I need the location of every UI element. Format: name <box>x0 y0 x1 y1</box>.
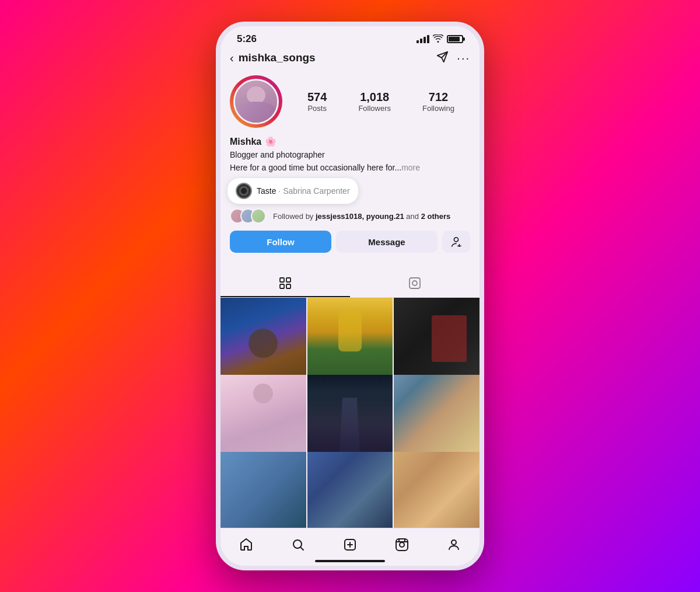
more-options-icon[interactable]: ··· <box>457 51 470 65</box>
home-bar <box>315 560 385 562</box>
vinyl-icon <box>236 183 252 199</box>
grid-cell-1[interactable] <box>220 298 306 384</box>
music-separator: · <box>278 186 283 196</box>
signal-bar-2 <box>420 39 422 43</box>
profile-info-row: 574 Posts 1,018 Followers 712 Following <box>230 75 470 128</box>
grid-cell-3[interactable] <box>394 298 480 384</box>
grid-cell-9[interactable] <box>394 452 480 528</box>
followers-count: 1,018 <box>358 90 391 104</box>
following-stat[interactable]: 712 Following <box>422 90 454 113</box>
nav-home[interactable] <box>233 533 259 556</box>
following-label: Following <box>422 104 454 113</box>
reels-icon <box>395 538 409 552</box>
followers-stat[interactable]: 1,018 Followers <box>358 90 391 113</box>
wifi-icon <box>433 34 443 44</box>
nav-search[interactable] <box>285 533 311 556</box>
stats-row: 574 Posts 1,018 Followers 712 Following <box>292 90 470 113</box>
header-left: ‹ mishka_songs <box>230 51 316 65</box>
avatar <box>233 79 279 124</box>
music-tooltip[interactable]: Taste · Sabrina Carpenter <box>228 178 358 204</box>
follower-avatar-3 <box>251 208 266 224</box>
others-count[interactable]: 2 others <box>421 212 451 221</box>
verified-badge: 🌸 <box>265 136 276 147</box>
follower-avatars <box>230 208 261 224</box>
battery-fill <box>449 37 460 41</box>
svg-rect-8 <box>396 539 408 551</box>
music-title: Taste · Sabrina Carpenter <box>257 186 350 196</box>
add-user-button[interactable] <box>442 231 470 253</box>
header: ‹ mishka_songs ··· <box>220 48 480 71</box>
photo-grid <box>220 298 480 528</box>
svg-point-9 <box>400 542 404 547</box>
tabs-row <box>220 269 480 298</box>
back-button[interactable]: ‹ <box>230 51 234 65</box>
status-icons <box>416 34 463 44</box>
tab-tagged[interactable] <box>350 269 480 297</box>
profile-name: Mishka <box>230 137 261 147</box>
battery-icon <box>447 35 463 43</box>
signal-bar-4 <box>427 35 429 43</box>
signal-bar-1 <box>416 40 419 43</box>
svg-rect-2 <box>280 284 284 288</box>
follow-button[interactable]: Follow <box>230 231 331 253</box>
message-button[interactable]: Message <box>336 231 438 253</box>
phone-frame: 5:26 ‹ mishka_ <box>216 22 484 570</box>
bio-more[interactable]: more <box>401 163 420 172</box>
profile-icon <box>447 538 461 552</box>
signal-bars-icon <box>416 35 429 43</box>
bio-line1: Blogger and photographer <box>230 149 470 161</box>
grid-cell-5[interactable] <box>307 375 393 461</box>
svg-rect-4 <box>410 278 420 288</box>
nav-create[interactable] <box>337 533 363 556</box>
posts-stat[interactable]: 574 Posts <box>307 90 327 113</box>
grid-cell-6[interactable] <box>394 375 480 461</box>
profile-name-row: Mishka 🌸 <box>230 136 470 147</box>
tab-grid[interactable] <box>220 269 350 297</box>
search-icon <box>291 538 305 552</box>
avatar-container[interactable] <box>230 75 282 128</box>
profile-username: mishka_songs <box>239 51 316 64</box>
grid-cell-8[interactable] <box>307 452 393 528</box>
posts-label: Posts <box>307 104 327 113</box>
svg-point-6 <box>293 540 302 548</box>
header-right: ··· <box>436 51 470 65</box>
grid-cell-2[interactable] <box>307 298 393 384</box>
grid-icon <box>278 276 292 290</box>
music-artist: Sabrina Carpenter <box>283 186 349 196</box>
following-count: 712 <box>422 90 454 104</box>
follower-names[interactable]: jessjess1018, pyoung.21 <box>316 212 404 221</box>
posts-count: 574 <box>307 90 327 104</box>
svg-rect-3 <box>286 284 290 288</box>
followed-by: Followed by jessjess1018, pyoung.21 and … <box>230 208 470 224</box>
grid-cell-7[interactable] <box>220 452 306 528</box>
followed-by-text: Followed by jessjess1018, pyoung.21 and … <box>273 212 450 221</box>
nav-profile[interactable] <box>441 533 467 556</box>
profile-section: 574 Posts 1,018 Followers 712 Following … <box>220 71 480 269</box>
svg-rect-0 <box>280 278 284 282</box>
avatar-body <box>235 102 277 123</box>
nav-reels[interactable] <box>389 533 415 556</box>
followers-label: Followers <box>358 104 391 113</box>
status-time: 5:26 <box>237 33 257 45</box>
status-bar: 5:26 <box>220 26 480 48</box>
direct-message-icon[interactable] <box>436 51 449 65</box>
create-icon <box>343 538 357 552</box>
home-icon <box>239 538 253 552</box>
action-buttons: Follow Message <box>230 231 470 253</box>
bio-line2: Here for a good time but occasionally he… <box>230 162 470 174</box>
svg-point-10 <box>452 540 456 545</box>
grid-cell-4[interactable] <box>220 375 306 461</box>
svg-rect-1 <box>286 278 290 282</box>
signal-bar-3 <box>424 37 426 43</box>
avatar-ring <box>230 75 282 128</box>
tagged-icon <box>408 276 422 290</box>
svg-point-5 <box>412 281 417 285</box>
